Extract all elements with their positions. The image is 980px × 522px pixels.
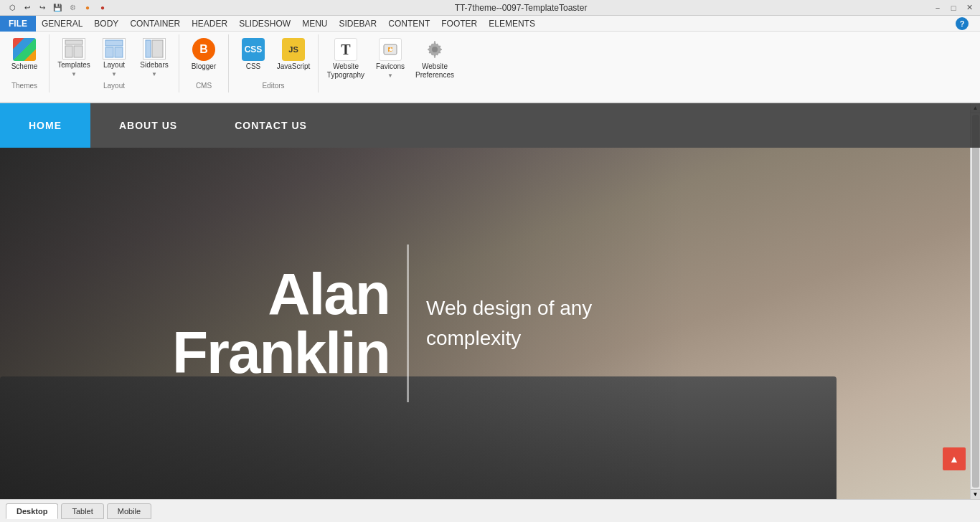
icon-red: ● (96, 1, 109, 14)
css-btn[interactable]: CSS CSS (235, 34, 272, 79)
menu-header[interactable]: HEADER (186, 16, 233, 32)
typography-icon: T (334, 38, 357, 61)
ribbon-section-layout: Templates ▼ Layout ▼ (50, 34, 179, 92)
app-icon: ⬡ (6, 1, 19, 14)
svg-point-12 (432, 47, 438, 52)
webpref-btn[interactable]: Website Preferences (413, 34, 456, 79)
title-bar: ⬡ ↩ ↪ 💾 ⚙ ● ● TT-7theme--0097-TemplateTo… (0, 0, 980, 16)
undo-btn[interactable]: ↩ (21, 1, 34, 14)
sidebars-icon (143, 38, 166, 60)
menu-sidebar[interactable]: SIDEBAR (334, 16, 383, 32)
menu-content[interactable]: CONTENT (382, 16, 435, 32)
canvas-area: HOME ABOUT US CONTACT US Alan Frankl (0, 103, 980, 499)
bottom-bar: Desktop Tablet Mobile (0, 499, 980, 522)
layout-icon (103, 38, 126, 60)
redo-btn[interactable]: ↪ (36, 1, 49, 14)
typography-btn[interactable]: T Website Typography (324, 34, 367, 79)
hero-content: Alan Franklin Web design of any complexi… (0, 148, 980, 499)
favicons-btn[interactable]: ★ Favicons ▼ (370, 34, 410, 79)
ribbon-section-cms: B Blogger CMS (179, 34, 229, 92)
layout-section-label: Layout (103, 82, 125, 90)
settings-quick-btn[interactable]: ⚙ (66, 1, 79, 14)
sidebars-label: Sidebars (140, 61, 168, 70)
scheme-label: Scheme (11, 62, 38, 71)
menu-file[interactable]: FILE (0, 16, 36, 32)
javascript-icon: JS (282, 38, 305, 61)
menu-general[interactable]: GENERAL (36, 16, 88, 32)
css-label: CSS (246, 62, 261, 71)
layout-btn[interactable]: Layout ▼ (95, 34, 133, 79)
nav-about[interactable]: ABOUT US (90, 103, 206, 148)
nav-home[interactable]: HOME (0, 103, 90, 148)
svg-rect-4 (105, 47, 113, 57)
editors-label: Editors (262, 82, 284, 90)
sidebars-btn[interactable]: Sidebars ▼ (136, 34, 173, 79)
scroll-down-arrow[interactable]: ▼ (971, 489, 981, 499)
svg-rect-2 (74, 46, 83, 57)
menu-elements[interactable]: ELEMENTS (483, 16, 541, 32)
hero-name-block: Alan Franklin (172, 265, 390, 382)
svg-rect-6 (146, 40, 151, 57)
scroll-thumb[interactable] (972, 115, 979, 488)
help-btn[interactable]: ? (956, 17, 969, 30)
scheme-icon (13, 38, 36, 61)
site-navigation: HOME ABOUT US CONTACT US (0, 103, 980, 148)
templates-label: Templates (57, 61, 90, 70)
layout-label: Layout (103, 61, 125, 70)
webpref-icon (423, 38, 446, 61)
svg-rect-1 (65, 46, 72, 57)
nav-contact[interactable]: CONTACT US (206, 103, 336, 148)
minimize-btn[interactable]: − (933, 3, 943, 13)
maximize-btn[interactable]: □ (948, 3, 958, 13)
tab-tablet[interactable]: Tablet (61, 503, 103, 519)
save-btn[interactable]: 💾 (51, 1, 64, 14)
blogger-btn[interactable]: B Blogger (185, 34, 222, 79)
scrollbar-right: ▲ ▼ (970, 103, 980, 499)
menu-bar: FILE GENERAL BODY CONTAINER HEADER SLIDE… (0, 16, 980, 32)
blogger-icon: B (192, 38, 215, 61)
webpref-label: Website Preferences (415, 62, 454, 80)
scheme-btn[interactable]: Scheme (6, 34, 43, 79)
ribbon-section-editors: CSS CSS JS JavaScript Editors (229, 34, 319, 92)
hero-tagline: Web design of any complexity (426, 293, 641, 353)
menu-container[interactable]: CONTAINER (124, 16, 186, 32)
close-btn[interactable]: ✕ (964, 3, 974, 13)
scroll-up-btn[interactable]: ▲ (943, 447, 966, 470)
hero-name-line2: Franklin (172, 323, 390, 382)
templates-icon (62, 38, 85, 60)
typography-label: Website Typography (327, 62, 364, 80)
ribbon-section-themes: Scheme Themes (0, 34, 50, 92)
javascript-btn[interactable]: JS JavaScript (275, 34, 312, 79)
tab-desktop[interactable]: Desktop (6, 503, 58, 519)
hero-name-line1: Alan (172, 265, 390, 323)
quick-access-toolbar: ⬡ ↩ ↪ 💾 ⚙ ● ● (6, 1, 109, 14)
favicons-icon: ★ (379, 38, 402, 61)
menu-slideshow[interactable]: SLIDESHOW (233, 16, 296, 32)
svg-rect-0 (65, 40, 83, 44)
window-title: TT-7theme--0097-TemplateToaster (109, 3, 933, 13)
tab-mobile[interactable]: Mobile (107, 503, 151, 519)
icon-orange: ● (81, 1, 94, 14)
ribbon-section-website: T Website Typography ★ Favicons ▼ (319, 34, 462, 85)
hero-divider (407, 245, 409, 402)
templates-btn[interactable]: Templates ▼ (55, 34, 93, 79)
favicons-label: Favicons (376, 62, 405, 71)
ribbon: Scheme Themes Templates ▼ (0, 32, 980, 103)
svg-text:★: ★ (388, 47, 394, 53)
svg-rect-7 (152, 40, 163, 57)
javascript-label: JavaScript (277, 62, 311, 71)
cms-label: CMS (196, 82, 212, 90)
svg-rect-3 (105, 40, 123, 46)
themes-label: Themes (11, 82, 37, 90)
hero-section: Alan Franklin Web design of any complexi… (0, 148, 980, 499)
css-icon: CSS (242, 38, 265, 61)
menu-footer[interactable]: FOOTER (435, 16, 483, 32)
menu-menu[interactable]: MENU (296, 16, 333, 32)
menu-body[interactable]: BODY (88, 16, 124, 32)
window-controls: − □ ✕ (933, 3, 974, 13)
blogger-label: Blogger (192, 62, 216, 71)
site-preview: HOME ABOUT US CONTACT US Alan Frankl (0, 103, 980, 499)
svg-rect-5 (115, 47, 123, 57)
